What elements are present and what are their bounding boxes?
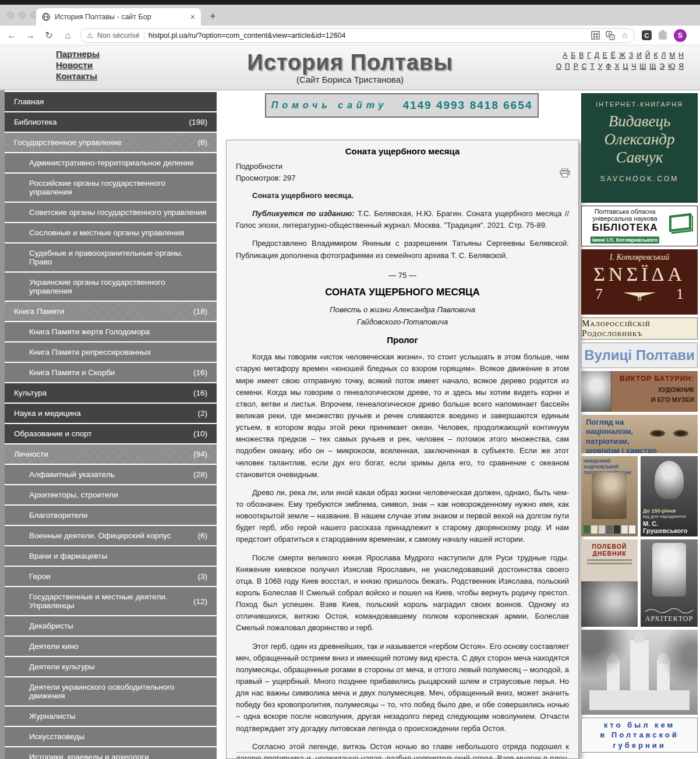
sidebar-item[interactable]: Личности(94): [5, 444, 217, 464]
alphabet-letter[interactable]: У: [598, 62, 603, 70]
alphabet-letter[interactable]: Ш: [639, 62, 646, 70]
sidebar-item[interactable]: Главная: [5, 92, 217, 111]
alphabet-letter[interactable]: Д: [595, 51, 599, 59]
alphabet-letter[interactable]: Ц: [623, 62, 628, 70]
sidebar-item[interactable]: Административно-территориальное деление: [5, 153, 217, 172]
sidebar-item[interactable]: Книга Памяти репрессированных: [5, 343, 217, 362]
polevoi-title: ПОЛЕВОЙ ДНЕВНИК: [581, 543, 638, 557]
alphabet-letter[interactable]: А: [563, 51, 567, 59]
bookmark-star-icon[interactable]: ☆: [621, 31, 628, 40]
sidebar-item[interactable]: Сословные и местные органы управления: [5, 223, 217, 242]
article-paragraph: Согласно этой легенде, витязь Остоя ночь…: [236, 741, 569, 759]
banner-arkhitektor[interactable]: АРХІТЕКТОР: [641, 539, 698, 627]
profile-avatar[interactable]: S: [674, 29, 687, 42]
sidebar-item[interactable]: Образование и спорт(10): [5, 424, 217, 443]
back-icon[interactable]: ←: [6, 30, 17, 41]
sidebar-item[interactable]: Книга Памяти и Скорби(16): [5, 363, 217, 382]
banner-library[interactable]: Полтавська обласна універсальна наукова …: [581, 206, 698, 246]
extension-c-icon[interactable]: C: [642, 30, 652, 40]
reload-icon[interactable]: ↻: [43, 30, 55, 41]
banner-baturin[interactable]: ВИКТОР БАТУРИН: ХУДОЖНИК И ЕГО МУЗЕИ: [581, 371, 698, 412]
sidebar-item[interactable]: Благотворители: [5, 506, 217, 525]
window-controls[interactable]: [7, 12, 37, 19]
alphabet-letter[interactable]: Б: [571, 51, 575, 59]
sidebar-item[interactable]: Алфавитный указатель(28): [5, 465, 217, 484]
alphabet-letter[interactable]: Э: [660, 62, 665, 70]
alphabet-letter[interactable]: Ч: [631, 62, 636, 70]
sidebar-item[interactable]: Судебные и правоохранительные органы. Пр…: [5, 243, 217, 271]
print-icon[interactable]: [560, 168, 570, 178]
url-text[interactable]: histpol.pl.ua/ru/?option=com_content&vie…: [149, 31, 588, 40]
alphabet-letter[interactable]: Ж: [619, 51, 625, 59]
alphabet-letter[interactable]: З: [629, 51, 633, 59]
sidebar-item[interactable]: Искусствоведы: [5, 727, 217, 746]
sidebar-item[interactable]: Книга Памяти(18): [5, 302, 217, 321]
alphabet-letter[interactable]: Т: [590, 62, 594, 70]
alphabet-letter[interactable]: Х: [614, 62, 619, 70]
alphabet-letter[interactable]: С: [582, 62, 587, 70]
sidebar-item[interactable]: Государственные и местные деятели. Управ…: [5, 587, 217, 615]
sidebar-item[interactable]: Государственное управление(6): [5, 133, 217, 152]
alphabet-letter[interactable]: О: [556, 62, 561, 70]
banner-eneida[interactable]: І. Котляревський ΣΝΣΪΔΑ 7 в 1: [581, 249, 698, 315]
banner-andriievskyi[interactable]: НЕВІДОМИЙ АНДРІЄВСЬКИЙ ПОГЛЯД У МАЙБУТНЄ: [581, 456, 638, 536]
alphabet-letter[interactable]: Я: [678, 62, 684, 70]
banner-hrushevskyi[interactable]: До 150-річчя від дня народження М. С. Гр…: [641, 456, 698, 536]
alphabet-letter[interactable]: М: [669, 51, 675, 59]
banner-savchook[interactable]: ІНТЕРНЕТ-КНИГАРНЯ Видавець Олександр Сав…: [581, 93, 698, 203]
sidebar-item[interactable]: Украинские органы государственного управ…: [5, 273, 217, 301]
alphabet-letter[interactable]: Е: [603, 51, 607, 59]
sidebar-item[interactable]: Деятели культуры: [5, 657, 217, 676]
home-icon[interactable]: ⌂: [62, 30, 73, 41]
minimize-window-button[interactable]: [19, 12, 26, 19]
sidebar-item[interactable]: Деятели кино: [5, 637, 217, 656]
alphabet-letter[interactable]: Ф: [606, 62, 611, 70]
banner-church-photo[interactable]: [581, 630, 698, 715]
sidebar-item[interactable]: Библиотека(198): [5, 112, 217, 132]
sidebar-item[interactable]: Военные деятели. Офицерский корпус(6): [5, 526, 217, 545]
article-details-link[interactable]: Подробности: [236, 161, 569, 172]
alphabet-letter[interactable]: Ю: [668, 62, 675, 70]
sidebar-item[interactable]: Журналисты: [5, 707, 217, 726]
alphabet-letter[interactable]: И: [637, 51, 642, 59]
alphabet-letter[interactable]: К: [653, 51, 657, 59]
sidebar-item[interactable]: Книга Памяти жертв Голодомора: [5, 322, 217, 341]
extensions-puzzle-icon[interactable]: [659, 31, 667, 40]
alphabet-letter[interactable]: Щ: [649, 62, 656, 70]
apps-grid-icon[interactable]: [591, 31, 600, 40]
url-omnibox[interactable]: ⚠ Non sécurisé histpol.pl.ua/ru/?option=…: [80, 28, 635, 43]
alphabet-letter[interactable]: В: [579, 51, 584, 59]
sidebar-item[interactable]: Культура(16): [5, 383, 217, 403]
banner-polevoi-dnevnik[interactable]: ПОЛЕВОЙ ДНЕВНИК: [581, 539, 638, 627]
alphabet-letter[interactable]: Н: [678, 51, 684, 59]
sidebar-item[interactable]: Герои(3): [5, 567, 217, 586]
alphabet-letter[interactable]: Й: [645, 51, 650, 59]
alphabet-letter[interactable]: Л: [661, 51, 666, 59]
eneida-author: І. Котляревський: [581, 253, 698, 262]
new-tab-button[interactable]: +: [210, 10, 216, 23]
banner-rodoslovnik[interactable]: Малороссійскій Родословникъ: [581, 317, 698, 340]
sidebar-item[interactable]: Декабристы: [5, 616, 217, 636]
alphabet-letter[interactable]: Г: [587, 51, 591, 59]
not-secure-warning-icon: ⚠: [87, 31, 93, 40]
alphabet-letter[interactable]: П: [565, 62, 570, 70]
tab-close-icon[interactable]: ×: [190, 12, 195, 22]
banner-pohliad[interactable]: Погляд на націоналізм, патріотизм, шовін…: [581, 415, 698, 453]
banner-kto-byl-kem[interactable]: кто был кем в Полтавской губернии: [581, 718, 698, 753]
translate-icon[interactable]: A: [606, 31, 615, 40]
close-window-button[interactable]: [7, 12, 14, 19]
sidebar-item[interactable]: Архитекторы, строители: [5, 485, 217, 504]
alphabet-letter[interactable]: Ё: [611, 51, 616, 59]
sidebar-item[interactable]: Наука и медицина(2): [5, 404, 217, 423]
sidebar-item[interactable]: Историки, краеведы и археологи: [5, 747, 217, 759]
polevoi-text-bar2: [587, 563, 632, 564]
sidebar-item[interactable]: Российские органы государственного управ…: [5, 174, 217, 202]
donate-banner[interactable]: Помочь сайту 4149 4993 8418 6654: [265, 93, 539, 118]
banner-vulytsi-poltavy[interactable]: Вулиці Полтави: [581, 343, 698, 368]
sidebar-item[interactable]: Врачи и фармацевты: [5, 546, 217, 566]
alphabet-letter[interactable]: Р: [574, 62, 578, 70]
sidebar-item[interactable]: Деятели украинского освободительного дви…: [5, 677, 217, 705]
browser-tab[interactable]: История Полтавы - сайт Бор ×: [36, 8, 201, 26]
forward-icon[interactable]: →: [24, 30, 36, 41]
sidebar-item[interactable]: Советские органы государственного управл…: [5, 203, 217, 222]
